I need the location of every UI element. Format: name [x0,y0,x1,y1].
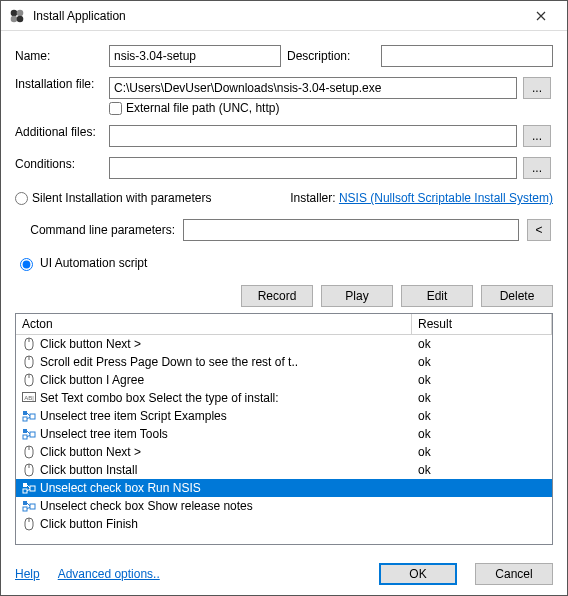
table-row[interactable]: Unselect check box Show release notes [16,497,552,515]
install-file-label: Installation file: [15,77,103,91]
additional-files-label: Additional files: [15,125,103,139]
description-field[interactable] [381,45,553,67]
cancel-button[interactable]: Cancel [475,563,553,585]
script-list-header: Acton Result [16,314,552,335]
cmd-params-field[interactable] [183,219,519,241]
col-result-header[interactable]: Result [412,314,552,334]
svg-text:AB|: AB| [24,395,34,401]
svg-rect-14 [30,414,35,419]
svg-rect-33 [30,504,35,509]
table-row[interactable]: Unselect check box Run NSIS [16,479,552,497]
svg-rect-13 [23,417,27,421]
table-row[interactable]: Click button Finish [16,515,552,533]
action-cell: Click button Next > [16,445,412,459]
name-label: Name: [15,49,103,63]
svg-rect-12 [23,411,27,415]
col-action-header[interactable]: Acton [16,314,412,334]
table-row[interactable]: Unselect tree item Toolsok [16,425,552,443]
action-text: Click button Next > [40,445,141,459]
conditions-browse-button[interactable]: ... [523,157,551,179]
mouse-icon [22,355,36,369]
mouse-icon [22,517,36,531]
external-path-checkbox[interactable] [109,102,122,115]
svg-rect-31 [23,501,27,505]
mouse-icon [22,463,36,477]
silent-radio-label: Silent Installation with parameters [32,191,211,205]
record-button[interactable]: Record [241,285,313,307]
action-cell: Scroll edit Press Page Down to see the r… [16,355,412,369]
titlebar: Install Application [1,1,567,31]
result-cell: ok [412,355,552,369]
table-row[interactable]: Click button Installok [16,461,552,479]
svg-rect-19 [30,432,35,437]
tree-icon [22,409,36,423]
additional-files-field[interactable] [109,125,517,147]
tree-icon [22,481,36,495]
ui-script-radio-label: UI Automation script [40,256,147,270]
close-button[interactable] [521,2,561,30]
svg-rect-26 [23,483,27,487]
mouse-icon [22,373,36,387]
action-cell: Unselect check box Run NSIS [16,481,412,495]
content-area: Name: Description: Installation file: Ex… [1,31,567,553]
svg-rect-27 [23,489,27,493]
mouse-icon [22,445,36,459]
tree-icon [22,499,36,513]
action-cell: Click button Install [16,463,412,477]
action-text: Set Text combo box Select the type of in… [40,391,279,405]
external-path-label: External file path (UNC, http) [126,101,279,115]
install-file-browse-button[interactable]: ... [523,77,551,99]
conditions-field[interactable] [109,157,517,179]
delete-button[interactable]: Delete [481,285,553,307]
svg-rect-32 [23,507,27,511]
result-cell: ok [412,373,552,387]
action-cell: Click button I Agree [16,373,412,387]
action-cell: Unselect check box Show release notes [16,499,412,513]
cmd-params-label: Command line parameters: [15,223,175,237]
mouse-icon [22,337,36,351]
silent-radio[interactable] [15,192,28,205]
table-row[interactable]: Unselect tree item Script Examplesok [16,407,552,425]
description-label: Description: [287,49,375,63]
svg-point-3 [17,15,24,22]
action-text: Unselect check box Run NSIS [40,481,201,495]
table-row[interactable]: Scroll edit Press Page Down to see the r… [16,353,552,371]
play-button[interactable]: Play [321,285,393,307]
table-row[interactable]: Click button I Agreeok [16,371,552,389]
action-cell: Unselect tree item Script Examples [16,409,412,423]
edit-button[interactable]: Edit [401,285,473,307]
table-row[interactable]: Click button Next >ok [16,443,552,461]
svg-rect-17 [23,429,27,433]
result-cell: ok [412,427,552,441]
window-title: Install Application [33,9,521,23]
svg-point-2 [11,15,18,22]
install-file-field[interactable] [109,77,517,99]
ui-script-radio[interactable] [20,258,33,271]
result-cell: ok [412,463,552,477]
install-application-dialog: Install Application Name: Description: I… [0,0,568,596]
table-row[interactable]: AB|Set Text combo box Select the type of… [16,389,552,407]
name-field[interactable] [109,45,281,67]
action-text: Click button Next > [40,337,141,351]
svg-point-1 [17,9,24,16]
action-text: Unselect check box Show release notes [40,499,253,513]
advanced-options-link[interactable]: Advanced options.. [58,567,160,581]
action-text: Unselect tree item Tools [40,427,168,441]
additional-files-browse-button[interactable]: ... [523,125,551,147]
action-cell: AB|Set Text combo box Select the type of… [16,391,412,405]
svg-rect-18 [23,435,27,439]
installer-line: Installer: NSIS (Nullsoft Scriptable Ins… [290,191,553,205]
installer-link[interactable]: NSIS (Nullsoft Scriptable Install System… [339,191,553,205]
footer: Help Advanced options.. OK Cancel [1,553,567,595]
action-cell: Click button Next > [16,337,412,351]
installer-label: Installer: [290,191,335,205]
cmd-params-caret-button[interactable]: < [527,219,551,241]
script-list[interactable]: Acton Result Click button Next >okScroll… [15,313,553,545]
help-link[interactable]: Help [15,567,40,581]
svg-rect-28 [30,486,35,491]
ok-button[interactable]: OK [379,563,457,585]
app-icon [9,8,25,24]
result-cell: ok [412,445,552,459]
table-row[interactable]: Click button Next >ok [16,335,552,353]
action-text: Scroll edit Press Page Down to see the r… [40,355,298,369]
